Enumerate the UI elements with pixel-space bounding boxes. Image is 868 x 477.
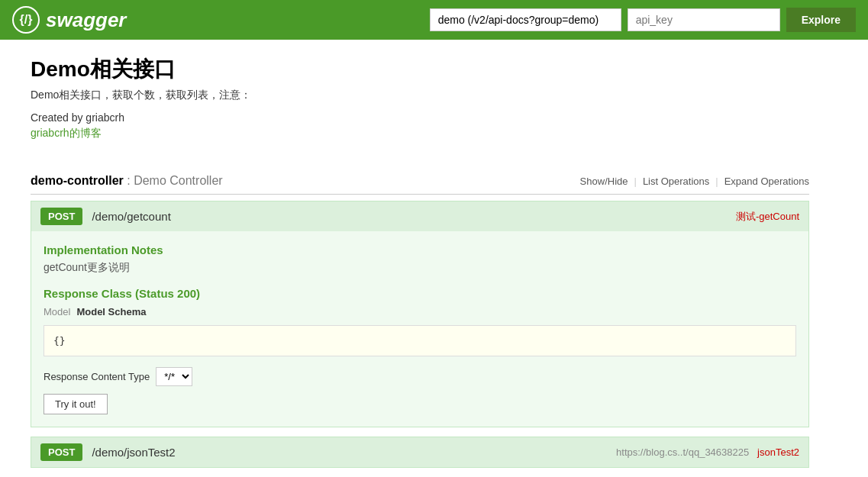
response-content-type-row: Response Content Type */* (44, 367, 796, 386)
logo: {/} swagger (12, 6, 127, 34)
created-by: Created by griabcrh (31, 111, 809, 124)
endpoint-header-jsontest2[interactable]: POST /demo/jsonTest2 https://blog.cs..t/… (31, 437, 808, 467)
endpoint-header-getcount[interactable]: POST /demo/getcount 测试-getCount (31, 201, 808, 231)
blog-link[interactable]: griabcrh的博客 (31, 127, 102, 140)
controller-section: demo-controller : Demo Controller Show/H… (31, 168, 809, 468)
show-hide-link[interactable]: Show/Hide (580, 176, 628, 187)
model-json-box: {} (44, 325, 796, 356)
endpoint-block-jsontest2: POST /demo/jsonTest2 https://blog.cs..t/… (31, 437, 809, 468)
content-type-select[interactable]: */* (156, 367, 192, 386)
header: {/} swagger demo (/v2/api-docs?group=dem… (0, 0, 868, 40)
try-it-button[interactable]: Try it out! (44, 394, 108, 414)
nickname-value: jsonTest2 (757, 446, 799, 458)
endpoint-nickname2: https://blog.cs..t/qq_34638225 jsonTest2 (446, 446, 799, 458)
controller-actions: Show/Hide | List Operations | Expand Ope… (580, 176, 809, 187)
endpoint-nickname-getcount: 测试-getCount (736, 210, 799, 224)
response-class-title: Response Class (Status 200) (44, 287, 796, 300)
page-title: Demo相关接口 (31, 55, 809, 84)
endpoint-block-getcount: POST /demo/getcount 测试-getCount Implemen… (31, 201, 809, 427)
method-badge-post: POST (40, 208, 82, 225)
explore-button[interactable]: Explore (786, 8, 856, 32)
header-controls: demo (/v2/api-docs?group=demo) Explore (430, 8, 856, 32)
method-badge-post2: POST (40, 443, 82, 461)
model-label: Model (44, 306, 70, 317)
endpoint-body-getcount: Implementation Notes getCount更多说明 Respon… (31, 231, 808, 427)
controller-name: demo-controller (31, 174, 124, 187)
swagger-logo-text: swagger (46, 8, 127, 32)
expand-operations-link[interactable]: Expand Operations (724, 176, 809, 187)
swagger-icon: {/} (12, 6, 40, 34)
model-schema-label: Model Schema (76, 306, 146, 317)
model-row: Model Model Schema (44, 306, 796, 317)
controller-header: demo-controller : Demo Controller Show/H… (31, 168, 809, 195)
controller-title: demo-controller : Demo Controller (31, 174, 223, 188)
api-select[interactable]: demo (/v2/api-docs?group=demo) (430, 8, 621, 31)
nickname-prefix: https://blog.cs..t/qq_34638225 (616, 446, 749, 458)
endpoint-path-jsontest2: /demo/jsonTest2 (92, 446, 445, 459)
impl-notes-text: getCount更多说明 (44, 261, 796, 275)
endpoint-path-getcount: /demo/getcount (92, 210, 736, 223)
impl-notes-title: Implementation Notes (44, 243, 796, 256)
api-select-wrapper: demo (/v2/api-docs?group=demo) (430, 8, 621, 31)
controller-description: : Demo Controller (127, 174, 222, 187)
response-content-label: Response Content Type (44, 371, 150, 382)
api-key-input[interactable] (628, 8, 780, 31)
main-content: Demo相关接口 Demo相关接口，获取个数，获取列表，注意： Created … (0, 40, 840, 477)
list-operations-link[interactable]: List Operations (643, 176, 709, 187)
page-description: Demo相关接口，获取个数，获取列表，注意： (31, 89, 809, 102)
